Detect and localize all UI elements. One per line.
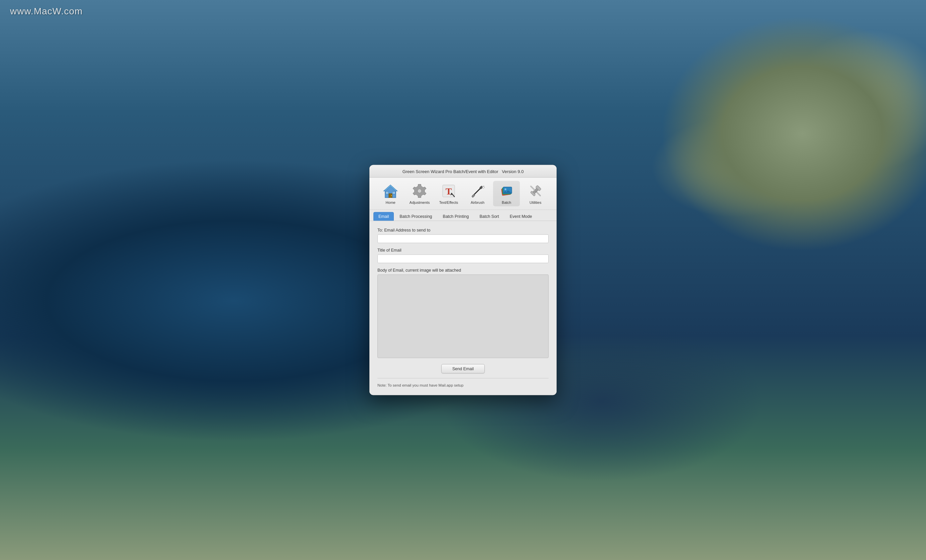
tab-batch-sort[interactable]: Batch Sort	[474, 212, 504, 221]
svg-point-21	[484, 187, 485, 188]
toolbar-label-text-effects: Text/Effects	[439, 201, 458, 204]
svg-point-17	[482, 186, 483, 187]
title-bar-text: Green Screen Wizard Pro Batch/Event with…	[402, 169, 524, 174]
main-window: Green Screen Wizard Pro Batch/Event with…	[369, 165, 557, 395]
gear-icon	[412, 183, 428, 199]
send-email-button[interactable]: Send Email	[441, 364, 485, 374]
tab-email[interactable]: Email	[374, 212, 394, 221]
content-area: To: Email Address to send to Title of Em…	[369, 221, 557, 395]
tab-batch-processing[interactable]: Batch Processing	[395, 212, 437, 221]
title-bar: Green Screen Wizard Pro Batch/Event with…	[369, 165, 557, 178]
svg-point-3	[391, 195, 392, 196]
svg-point-20	[481, 186, 482, 186]
toolbar-item-text-effects[interactable]: T Text/Effects	[435, 181, 462, 207]
tab-bar: Email Batch Processing Batch Printing Ba…	[369, 210, 557, 221]
home-icon	[383, 183, 398, 199]
to-email-input[interactable]	[377, 235, 549, 243]
divider	[377, 378, 549, 379]
toolbar-item-batch[interactable]: Batch	[493, 181, 520, 207]
toolbar-label-adjustments: Adjustments	[410, 201, 430, 204]
airbrush-icon	[470, 183, 486, 199]
svg-point-10	[418, 189, 422, 193]
toolbar-label-batch: Batch	[502, 201, 511, 204]
note-text: Note: To send email you must have Mail.a…	[377, 383, 549, 387]
toolbar-item-adjustments[interactable]: Adjustments	[406, 181, 433, 207]
text-effects-icon: T	[440, 183, 457, 199]
svg-line-31	[531, 186, 535, 190]
svg-point-19	[483, 186, 484, 187]
toolbar-item-utilities[interactable]: Utilities	[522, 181, 549, 207]
toolbar: Home Adjustments	[369, 178, 557, 210]
svg-rect-22	[471, 194, 475, 198]
svg-point-26	[504, 189, 507, 190]
utilities-icon	[528, 183, 543, 199]
toolbar-item-airbrush[interactable]: Airbrush	[465, 181, 491, 207]
svg-point-18	[483, 188, 483, 189]
tab-batch-printing[interactable]: Batch Printing	[438, 212, 474, 221]
title-label: Title of Email	[377, 248, 549, 253]
to-label: To: Email Address to send to	[377, 228, 549, 232]
watermark: www.MacW.com	[10, 6, 83, 17]
body-label: Body of Email, current image will be att…	[377, 268, 549, 273]
toolbar-label-airbrush: Airbrush	[471, 201, 484, 204]
batch-icon	[498, 183, 514, 199]
tab-event-mode[interactable]: Event Mode	[505, 212, 537, 221]
toolbar-item-home[interactable]: Home	[377, 181, 404, 207]
email-title-input[interactable]	[377, 255, 549, 263]
toolbar-label-utilities: Utilities	[530, 201, 541, 204]
toolbar-label-home: Home	[386, 201, 395, 204]
email-body-textarea[interactable]	[377, 275, 549, 358]
